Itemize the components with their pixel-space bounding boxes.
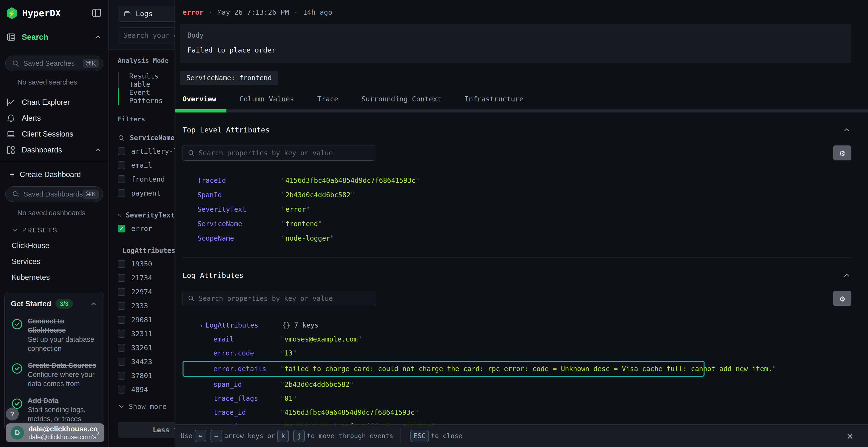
attribute-value[interactable]: "13" (280, 349, 297, 357)
filter-option[interactable]: 21734 (118, 271, 175, 285)
filter-option[interactable]: frontend (118, 172, 175, 186)
root-key[interactable]: LogAttributes (206, 321, 282, 329)
preset-services[interactable]: Services (0, 250, 108, 266)
sidebar-item-chart-explorer[interactable]: Chart Explorer (0, 94, 108, 110)
attribute-value[interactable]: "2b43d0c4dd6bc582" (280, 381, 353, 388)
attribute-key[interactable]: trace_flags (213, 394, 280, 403)
attribute-key[interactable]: email (213, 335, 280, 343)
checkbox[interactable] (118, 372, 125, 380)
attribute-value[interactable]: "vmoses@example.com" (280, 335, 362, 343)
tab-trace[interactable]: Trace (317, 95, 338, 103)
less-filters-button[interactable]: Less fil (118, 422, 175, 438)
presets-toggle[interactable]: PRESETS (0, 217, 108, 234)
attribute-value[interactable]: "01" (280, 394, 297, 403)
sidebar-item-alerts[interactable]: Alerts (0, 110, 108, 126)
filter-option[interactable]: 19350 (118, 257, 175, 271)
checkbox[interactable] (118, 175, 125, 183)
show-more-button[interactable]: Show more (118, 403, 175, 411)
property-search-input[interactable] (183, 291, 375, 306)
filter-option[interactable]: 33261 (118, 341, 175, 355)
checkbox[interactable] (118, 189, 125, 197)
checkbox[interactable] (118, 316, 125, 324)
attribute-key[interactable]: ServiceName (197, 220, 281, 228)
preset-kubernetes[interactable]: Kubernetes (0, 266, 108, 282)
property-search-field[interactable] (199, 149, 370, 157)
checkbox[interactable] (118, 344, 125, 352)
checkbox[interactable] (118, 330, 125, 338)
preset-clickhouse[interactable]: ClickHouse (0, 234, 108, 250)
source-select[interactable]: Logs (118, 6, 175, 22)
property-search-input[interactable] (183, 145, 375, 161)
checkbox[interactable] (118, 274, 125, 282)
attribute-key[interactable]: SpanId (197, 191, 281, 199)
user-account-chip[interactable]: D dale@clickhouse.com dale@clickhouse.co… (6, 423, 104, 442)
attribute-key[interactable]: trace_id (213, 409, 280, 416)
sidebar-collapse-icon[interactable] (91, 7, 102, 19)
get-started-item-connect[interactable]: Connect to ClickHouse Set up your databa… (11, 316, 97, 353)
attribute-value[interactable]: "failed to charge card: could not charge… (280, 365, 776, 373)
filter-option[interactable]: email (118, 158, 175, 172)
property-search-field[interactable] (199, 295, 370, 303)
attribute-value[interactable]: "2b43d0c4dd6bc582" (281, 191, 354, 199)
attribute-value[interactable]: "frontend" (281, 220, 322, 228)
mode-event-patterns[interactable]: Event Patterns (118, 89, 175, 105)
filter-option[interactable]: 4894 (118, 383, 175, 397)
sidebar-item-dashboards[interactable]: Dashboards (0, 142, 108, 158)
filter-option[interactable]: 32311 (118, 327, 175, 341)
checkbox[interactable] (118, 302, 125, 310)
attribute-key[interactable]: span_id (213, 381, 280, 388)
filter-group-header[interactable]: SeverityText (118, 211, 175, 219)
attributes-settings-button[interactable]: ⚙ (833, 145, 851, 161)
checkbox[interactable] (118, 161, 125, 169)
sidebar-section-search[interactable]: Search (0, 19, 108, 48)
help-button[interactable]: ? (6, 408, 19, 420)
saved-dashboards-input[interactable]: ⌘K (5, 186, 103, 202)
close-icon[interactable]: ✕ (847, 430, 853, 442)
filter-group-header[interactable]: LogAttributes (118, 247, 175, 254)
chevron-up-icon[interactable] (842, 271, 851, 280)
filter-option[interactable]: 2333 (118, 299, 175, 313)
attribute-key[interactable]: TraceId (197, 176, 281, 184)
attribute-key[interactable]: SeverityText (197, 205, 281, 213)
attribute-key[interactable]: error.code (213, 349, 280, 357)
attribute-key[interactable]: ScopeName (197, 234, 281, 242)
filter-option[interactable]: 37801 (118, 369, 175, 383)
attribute-value[interactable]: "4156d3fbc40a64854d9dc7f68641593c" (280, 409, 418, 416)
checkbox[interactable] (118, 358, 125, 366)
checkbox[interactable] (118, 386, 125, 393)
checkbox-checked[interactable]: ✓ (118, 225, 125, 232)
tab-column-values[interactable]: Column Values (240, 95, 294, 103)
event-search-field[interactable] (123, 31, 175, 39)
attribute-value[interactable]: "4156d3fbc40a64854d9dc7f68641593c" (281, 176, 420, 184)
attribute-value[interactable]: "node-logger" (281, 234, 334, 242)
filter-group-header[interactable]: ServiceName (118, 134, 175, 142)
get-started-item-add-data[interactable]: Add Data Start sending logs, metrics, or… (11, 396, 97, 423)
filter-option[interactable]: 22974 (118, 285, 175, 299)
filter-option-checked[interactable]: ✓error (118, 221, 175, 236)
attribute-key[interactable]: error.details (213, 365, 280, 373)
attribute-value[interactable]: "error" (281, 205, 310, 213)
filter-option[interactable]: 29081 (118, 313, 175, 327)
checkbox[interactable] (118, 260, 125, 268)
saved-searches-input[interactable]: ⌘K (5, 56, 103, 71)
saved-searches-field[interactable] (23, 60, 83, 67)
checkbox[interactable] (118, 147, 125, 155)
log-attributes-root[interactable]: ▾ LogAttributes {} 7 keys (183, 318, 851, 332)
filter-option[interactable]: 34423 (118, 355, 175, 369)
checkbox[interactable] (118, 288, 125, 296)
filter-option[interactable]: artillery-loa (118, 144, 175, 158)
chevron-up-icon[interactable] (842, 126, 851, 134)
tab-infrastructure[interactable]: Infrastructure (465, 95, 523, 103)
sidebar-item-client-sessions[interactable]: Client Sessions (0, 126, 108, 142)
event-search-input[interactable] (118, 28, 175, 43)
mode-results-table[interactable]: Results Table (118, 72, 175, 89)
service-name-chip[interactable]: ServiceName: frontend (180, 71, 278, 85)
tab-overview[interactable]: Overview (183, 95, 216, 103)
saved-dashboards-field[interactable] (23, 190, 83, 198)
get-started-item-sources[interactable]: Create Data Sources Configure where your… (11, 361, 97, 388)
filter-option[interactable]: payment (118, 186, 175, 200)
get-started-header[interactable]: Get Started 3/3 (11, 299, 97, 309)
create-dashboard-button[interactable]: + Create Dashboard (0, 161, 108, 179)
tab-surrounding-context[interactable]: Surrounding Context (362, 95, 441, 103)
attributes-settings-button[interactable]: ⚙ (833, 291, 851, 306)
